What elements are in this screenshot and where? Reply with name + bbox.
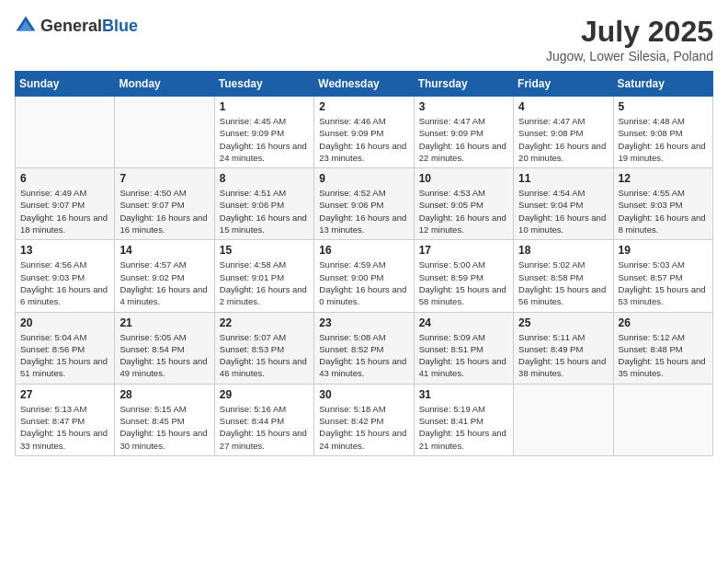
weekday-header-row: SundayMondayTuesdayWednesdayThursdayFrid… [16, 72, 713, 97]
day-number: 3 [419, 100, 508, 113]
logo-general: General [40, 17, 102, 35]
calendar-cell: 19Sunrise: 5:03 AM Sunset: 8:57 PM Dayli… [613, 240, 712, 312]
calendar-cell: 28Sunrise: 5:15 AM Sunset: 8:45 PM Dayli… [115, 384, 214, 455]
day-info: Sunrise: 4:59 AM Sunset: 9:00 PM Dayligh… [319, 259, 408, 307]
day-info: Sunrise: 5:04 AM Sunset: 8:56 PM Dayligh… [20, 331, 109, 380]
day-number: 24 [419, 316, 508, 329]
day-number: 16 [319, 244, 408, 257]
day-info: Sunrise: 4:57 AM Sunset: 9:02 PM Dayligh… [119, 259, 209, 307]
day-number: 28 [119, 388, 209, 401]
calendar-cell: 29Sunrise: 5:16 AM Sunset: 8:44 PM Dayli… [214, 384, 313, 455]
title-section: July 2025 Jugow, Lower Silesia, Poland [546, 15, 713, 63]
calendar-cell: 12Sunrise: 4:55 AM Sunset: 9:03 PM Dayli… [613, 168, 712, 240]
calendar-cell: 14Sunrise: 4:57 AM Sunset: 9:02 PM Dayli… [115, 240, 214, 312]
day-info: Sunrise: 5:09 AM Sunset: 8:51 PM Dayligh… [419, 331, 508, 380]
week-row-4: 20Sunrise: 5:04 AM Sunset: 8:56 PM Dayli… [16, 312, 713, 384]
day-info: Sunrise: 4:52 AM Sunset: 9:06 PM Dayligh… [319, 187, 408, 236]
calendar-cell: 24Sunrise: 5:09 AM Sunset: 8:51 PM Dayli… [414, 312, 513, 384]
calendar-cell [16, 97, 115, 168]
day-info: Sunrise: 4:49 AM Sunset: 9:07 PM Dayligh… [20, 187, 109, 236]
day-number: 1 [220, 100, 309, 113]
weekday-header-wednesday: Wednesday [314, 72, 414, 97]
day-info: Sunrise: 5:12 AM Sunset: 8:48 PM Dayligh… [619, 331, 708, 380]
day-info: Sunrise: 5:13 AM Sunset: 8:47 PM Dayligh… [20, 403, 109, 452]
calendar-cell [613, 384, 712, 455]
logo-blue: Blue [102, 17, 138, 35]
day-number: 5 [619, 100, 708, 113]
calendar-cell [115, 97, 214, 168]
calendar-cell: 5Sunrise: 4:48 AM Sunset: 9:08 PM Daylig… [613, 97, 712, 168]
day-info: Sunrise: 5:02 AM Sunset: 8:58 PM Dayligh… [518, 259, 608, 307]
calendar-cell: 15Sunrise: 4:58 AM Sunset: 9:01 PM Dayli… [214, 240, 313, 312]
calendar-cell: 11Sunrise: 4:54 AM Sunset: 9:04 PM Dayli… [514, 168, 613, 240]
day-number: 7 [119, 172, 209, 185]
calendar-cell: 26Sunrise: 5:12 AM Sunset: 8:48 PM Dayli… [613, 312, 712, 384]
logo: GeneralBlue [15, 15, 138, 37]
calendar-cell: 20Sunrise: 5:04 AM Sunset: 8:56 PM Dayli… [16, 312, 115, 384]
day-info: Sunrise: 4:58 AM Sunset: 9:01 PM Dayligh… [220, 259, 309, 307]
day-number: 20 [20, 316, 109, 329]
weekday-header-monday: Monday [115, 72, 214, 97]
day-number: 19 [619, 244, 708, 257]
logo-text: GeneralBlue [40, 17, 138, 36]
day-info: Sunrise: 5:07 AM Sunset: 8:53 PM Dayligh… [220, 331, 309, 380]
calendar-cell: 10Sunrise: 4:53 AM Sunset: 9:05 PM Dayli… [414, 168, 513, 240]
day-number: 10 [419, 172, 508, 185]
weekday-header-sunday: Sunday [16, 72, 115, 97]
month-title: July 2025 [546, 15, 713, 49]
day-info: Sunrise: 4:53 AM Sunset: 9:05 PM Dayligh… [419, 187, 508, 236]
day-info: Sunrise: 5:05 AM Sunset: 8:54 PM Dayligh… [119, 331, 209, 380]
calendar-cell: 4Sunrise: 4:47 AM Sunset: 9:08 PM Daylig… [514, 97, 613, 168]
day-info: Sunrise: 4:46 AM Sunset: 9:09 PM Dayligh… [319, 115, 408, 164]
calendar-cell [514, 384, 613, 455]
day-info: Sunrise: 5:15 AM Sunset: 8:45 PM Dayligh… [119, 403, 209, 452]
logo-icon [15, 15, 37, 37]
day-number: 30 [319, 388, 408, 401]
page-header: GeneralBlue July 2025 Jugow, Lower Siles… [15, 15, 713, 63]
day-info: Sunrise: 4:51 AM Sunset: 9:06 PM Dayligh… [220, 187, 309, 236]
location-title: Jugow, Lower Silesia, Poland [546, 49, 713, 63]
day-number: 23 [319, 316, 408, 329]
day-info: Sunrise: 5:16 AM Sunset: 8:44 PM Dayligh… [220, 403, 309, 452]
day-info: Sunrise: 4:47 AM Sunset: 9:08 PM Dayligh… [518, 115, 608, 164]
day-info: Sunrise: 5:11 AM Sunset: 8:49 PM Dayligh… [518, 331, 608, 380]
calendar-cell: 23Sunrise: 5:08 AM Sunset: 8:52 PM Dayli… [314, 312, 414, 384]
calendar-cell: 18Sunrise: 5:02 AM Sunset: 8:58 PM Dayli… [514, 240, 613, 312]
day-info: Sunrise: 4:48 AM Sunset: 9:08 PM Dayligh… [619, 115, 708, 164]
day-number: 4 [518, 100, 608, 113]
day-number: 8 [220, 172, 309, 185]
calendar-cell: 27Sunrise: 5:13 AM Sunset: 8:47 PM Dayli… [16, 384, 115, 455]
day-number: 27 [20, 388, 109, 401]
day-number: 31 [419, 388, 508, 401]
day-info: Sunrise: 5:03 AM Sunset: 8:57 PM Dayligh… [619, 259, 708, 307]
calendar-cell: 7Sunrise: 4:50 AM Sunset: 9:07 PM Daylig… [115, 168, 214, 240]
day-number: 6 [20, 172, 109, 185]
week-row-5: 27Sunrise: 5:13 AM Sunset: 8:47 PM Dayli… [16, 384, 713, 455]
day-info: Sunrise: 5:18 AM Sunset: 8:42 PM Dayligh… [319, 403, 408, 452]
day-number: 18 [518, 244, 608, 257]
day-number: 22 [220, 316, 309, 329]
calendar-cell: 21Sunrise: 5:05 AM Sunset: 8:54 PM Dayli… [115, 312, 214, 384]
weekday-header-saturday: Saturday [613, 72, 712, 97]
weekday-header-thursday: Thursday [414, 72, 513, 97]
day-number: 26 [619, 316, 708, 329]
day-number: 13 [20, 244, 109, 257]
day-number: 17 [419, 244, 508, 257]
day-number: 11 [518, 172, 608, 185]
day-number: 25 [518, 316, 608, 329]
day-info: Sunrise: 4:50 AM Sunset: 9:07 PM Dayligh… [119, 187, 209, 236]
calendar-cell: 16Sunrise: 4:59 AM Sunset: 9:00 PM Dayli… [314, 240, 414, 312]
calendar-cell: 25Sunrise: 5:11 AM Sunset: 8:49 PM Dayli… [514, 312, 613, 384]
day-info: Sunrise: 4:56 AM Sunset: 9:03 PM Dayligh… [20, 259, 109, 307]
calendar-cell: 1Sunrise: 4:45 AM Sunset: 9:09 PM Daylig… [214, 97, 313, 168]
calendar-cell: 13Sunrise: 4:56 AM Sunset: 9:03 PM Dayli… [16, 240, 115, 312]
calendar-cell: 8Sunrise: 4:51 AM Sunset: 9:06 PM Daylig… [214, 168, 313, 240]
day-number: 9 [319, 172, 408, 185]
day-info: Sunrise: 4:47 AM Sunset: 9:09 PM Dayligh… [419, 115, 508, 164]
calendar-cell: 6Sunrise: 4:49 AM Sunset: 9:07 PM Daylig… [16, 168, 115, 240]
week-row-3: 13Sunrise: 4:56 AM Sunset: 9:03 PM Dayli… [16, 240, 713, 312]
day-info: Sunrise: 4:45 AM Sunset: 9:09 PM Dayligh… [220, 115, 309, 164]
day-info: Sunrise: 5:08 AM Sunset: 8:52 PM Dayligh… [319, 331, 408, 380]
calendar-table: SundayMondayTuesdayWednesdayThursdayFrid… [15, 71, 713, 456]
day-number: 21 [119, 316, 209, 329]
